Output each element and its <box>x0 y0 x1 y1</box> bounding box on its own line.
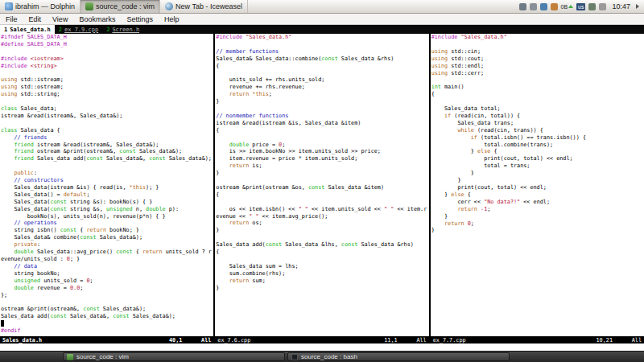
code-token <box>431 206 458 212</box>
panel-task-vim[interactable]: source_code : vim <box>80 0 160 13</box>
code-token: (read(cin, total)) { <box>451 113 520 119</box>
code-token: #endif <box>1 327 21 334</box>
code-token: std::ostream; <box>17 84 63 90</box>
menu-item-view[interactable]: View <box>47 15 73 23</box>
code-area[interactable]: #include "Sales_data.h"using std::cin;us… <box>431 34 644 336</box>
vim-tab[interactable]: 2Screen.h <box>102 25 143 34</box>
code-token: double <box>14 249 34 255</box>
vim-tab[interactable]: 2ex_7.9.cpp <box>55 25 102 34</box>
code-token: Sales_data( <box>1 199 50 205</box>
vim-statusline: ex_7.7.cpp10,21All <box>431 336 644 343</box>
code-line: using std::istream; <box>1 76 213 84</box>
panel-expander-icon[interactable] <box>636 4 639 9</box>
code-token: ; } <box>70 256 80 262</box>
code-line: ostream &print(ostream &os, const Sales_… <box>216 184 428 191</box>
menu-item-settings[interactable]: Settings <box>121 15 159 23</box>
code-token <box>1 278 14 284</box>
code-line: } <box>431 177 644 184</box>
code-line: } <box>216 170 428 177</box>
code-token <box>431 127 458 134</box>
code-line: using std::cin; <box>431 48 644 56</box>
clock[interactable]: 10:47 <box>612 2 630 10</box>
vim-icon <box>85 2 93 10</box>
code-token <box>216 142 229 148</box>
volume-icon[interactable] <box>530 3 537 10</box>
taskbar-item[interactable]: source_code : bash <box>287 352 510 361</box>
vim-tabline: 1Sales_data.h2ex_7.9.cpp2Screen.h <box>0 25 644 34</box>
keyboard-layout-indicator[interactable]: us <box>576 3 585 10</box>
code-token: 0.0 <box>70 285 80 291</box>
code-token: std::string; <box>17 91 60 97</box>
menu-item-edit[interactable]: Edit <box>23 15 47 23</box>
code-token: ostream &print(ostream&, <box>34 148 119 154</box>
vim-statusline: Sales_data.h40,1All <box>0 336 213 343</box>
code-token: #include <box>431 34 461 40</box>
panel-task-dolphin[interactable]: ibrahim — Dolphin <box>0 0 80 13</box>
klipper-icon[interactable] <box>599 3 606 10</box>
notifier-icon[interactable] <box>551 3 558 10</box>
code-line: bookNo(s), units_sold(n), revenue(p*n) {… <box>1 213 213 220</box>
clipboard-icon[interactable] <box>519 3 526 10</box>
code-token <box>1 320 4 327</box>
dolphin-icon <box>5 2 13 10</box>
code-token: Sales_data&); <box>166 155 212 162</box>
tab-label: ex_7.9.cpp <box>64 27 98 33</box>
code-token: friend <box>14 148 34 154</box>
code-token: unsigned <box>106 206 133 212</box>
code-line <box>216 70 428 77</box>
code-line <box>1 162 213 170</box>
vim-command-line[interactable] <box>0 343 644 351</box>
code-line: }; <box>1 292 213 299</box>
panel-task-iceweasel[interactable]: New Tab - Iceweasel <box>160 0 248 13</box>
code-area[interactable]: #ifndef SALES_DATA_H#define SALES_DATA_H… <box>0 34 213 336</box>
code-line: return os; <box>216 220 428 227</box>
network-icon[interactable] <box>540 3 547 10</box>
code-token: Sales_data&); <box>100 306 146 312</box>
code-token: { <box>490 148 497 154</box>
code-token: istream &read(istream&, Sales_data&); <box>34 142 159 148</box>
code-line: if (read(cin, total)) { <box>431 113 644 120</box>
code-token: bookNo; } <box>106 227 139 233</box>
code-line: return *this; <box>216 91 428 98</box>
code-token: if <box>471 134 477 141</box>
code-line: using std::string; <box>1 91 213 98</box>
code-line <box>1 120 213 127</box>
code-token: *this <box>252 91 268 97</box>
code-line: } <box>431 170 644 177</box>
code-token: #include <box>1 56 31 62</box>
code-token: is >> item.bookNo >> item.units_sold >> … <box>216 148 381 154</box>
code-token <box>431 134 471 141</box>
code-token: return <box>142 249 163 255</box>
code-token: Sales_data&); <box>97 234 142 241</box>
code-token: "Sales_data.h" <box>461 34 507 40</box>
menu-item-bookmarks[interactable]: Bookmarks <box>73 15 121 23</box>
code-token: std::cout; <box>448 56 484 62</box>
status-scroll: All <box>621 337 642 343</box>
code-line: if (total.isbn() == trans.isbn()) { <box>431 134 644 142</box>
code-line: #include "Sales_data.h" <box>216 34 428 41</box>
taskbar-item[interactable]: source_code : vim <box>63 352 285 361</box>
vim-tab[interactable]: 1Sales_data.h <box>0 25 55 34</box>
code-token: std::cerr; <box>448 70 484 76</box>
code-token: Sales_data &rhs) <box>357 241 414 248</box>
code-token: Sales_data( <box>1 206 50 212</box>
code-token: print(cout, total) << endl; <box>431 155 573 162</box>
code-token: bookNo(s), units_sold(n), revenue(p*n) {… <box>1 213 166 220</box>
code-line: friend ostream &print(ostream&, const Sa… <box>1 148 213 155</box>
device-notifier-icon[interactable] <box>588 3 596 10</box>
menu-item-help[interactable]: Help <box>159 15 185 23</box>
code-token: Sales_data trans; <box>431 120 514 126</box>
code-token: (total.isbn() == trans.isbn()) { <box>477 134 586 141</box>
code-line <box>216 41 428 48</box>
menu-item-file[interactable]: File <box>0 15 23 23</box>
code-area[interactable]: #include "Sales_data.h"// member functio… <box>215 34 428 336</box>
code-token: // data <box>1 263 37 269</box>
code-token: return <box>86 227 106 233</box>
code-token <box>1 170 14 176</box>
code-token: return <box>444 220 464 227</box>
code-line: using std::cout; <box>431 56 644 63</box>
code-token: sum; <box>249 278 265 284</box>
code-token: } <box>216 227 219 233</box>
code-line: total = trans; <box>431 162 644 170</box>
code-token: << endl; <box>520 199 550 205</box>
